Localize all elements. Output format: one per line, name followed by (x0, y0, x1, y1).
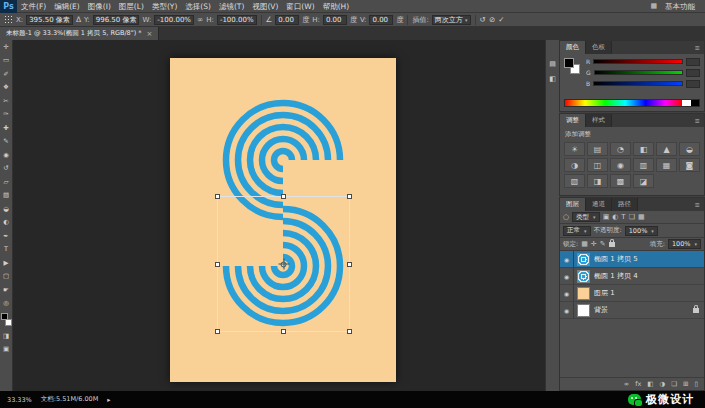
eraser-tool[interactable]: ▱ (0, 175, 13, 189)
invert-icon[interactable]: ◙ (679, 158, 700, 172)
document-artboard[interactable] (170, 58, 396, 382)
layer-mask-icon[interactable]: ◧ (647, 380, 653, 388)
layer-row-ellipse-copy-4[interactable]: ◉ 椭圆 1 拷贝 4 (560, 268, 704, 285)
filter-pixel-layers-icon[interactable]: ▣ (603, 213, 610, 221)
clone-stamp-tool[interactable]: ◉ (0, 148, 13, 162)
posterize-icon[interactable]: ▧ (564, 174, 585, 188)
crop-tool[interactable]: ✂ (0, 94, 13, 108)
collapsed-panel-icon-2[interactable]: ◧ (549, 75, 556, 83)
layer-name[interactable]: 椭圆 1 拷贝 4 (594, 271, 638, 281)
menu-image[interactable]: 图像(I) (84, 0, 115, 13)
canvas-area[interactable] (13, 40, 545, 391)
new-group-icon[interactable]: ❏ (671, 380, 677, 388)
skew-h-input[interactable]: 0.00 (323, 15, 347, 25)
color-lookup-icon[interactable]: ▦ (656, 158, 677, 172)
angle-input[interactable]: 0.00 (275, 15, 299, 25)
document-tab[interactable]: 未标题-1 @ 33.3%(椭圆 1 拷贝 5, RGB/8") * × (0, 27, 159, 40)
relative-positioning-icon[interactable]: Δ (76, 15, 81, 24)
foreground-color-swatch[interactable] (564, 58, 574, 68)
screen-mode-button[interactable]: ▣ (0, 343, 13, 357)
visibility-eye-icon[interactable]: ◉ (560, 268, 574, 284)
height-input[interactable]: -100.00% (217, 15, 257, 25)
brightness-contrast-icon[interactable]: ☀ (564, 142, 585, 156)
transform-handle-middle-right[interactable] (347, 262, 352, 267)
new-adjustment-layer-icon[interactable]: ◑ (659, 380, 665, 388)
green-slider[interactable] (594, 70, 683, 75)
menu-help[interactable]: 帮助(H) (319, 0, 354, 13)
lock-all-icon[interactable] (609, 242, 615, 247)
zoom-level[interactable]: 33.33% (7, 396, 32, 404)
healing-brush-tool[interactable]: ✚ (0, 121, 13, 135)
panel-menu-icon[interactable]: ≡ (691, 41, 704, 54)
tab-channels[interactable]: 通道 (586, 198, 612, 211)
brush-tool[interactable]: ✎ (0, 135, 13, 149)
tab-colors[interactable]: 颜色 (560, 41, 586, 54)
hue-saturation-icon[interactable]: ◒ (679, 142, 700, 156)
zoom-tool[interactable]: ◎ (0, 297, 13, 311)
transform-handle-top-middle[interactable] (281, 194, 286, 199)
layer-row-background[interactable]: ◉ 背景 (560, 302, 704, 319)
menu-layer[interactable]: 图层(L) (115, 0, 148, 13)
color-balance-icon[interactable]: ◑ (564, 158, 585, 172)
selective-color-icon[interactable]: ◪ (633, 174, 654, 188)
transform-handle-top-left[interactable] (215, 194, 220, 199)
layer-thumbnail[interactable] (577, 304, 590, 317)
filter-type-select[interactable]: 类型 ▾ (572, 212, 600, 222)
blur-tool[interactable]: ◒ (0, 202, 13, 216)
channel-mixer-icon[interactable]: ▥ (633, 158, 654, 172)
filter-adjustment-layers-icon[interactable]: ◐ (612, 213, 618, 221)
skew-v-input[interactable]: 0.00 (369, 15, 393, 25)
workspace-switcher[interactable]: 基本功能 (661, 0, 699, 13)
blue-value-input[interactable] (686, 80, 700, 88)
menu-type[interactable]: 类型(Y) (148, 0, 181, 13)
transform-center-icon[interactable] (278, 259, 289, 270)
marquee-tool[interactable]: ▭ (0, 54, 13, 68)
fill-select[interactable]: 100% ▾ (668, 239, 701, 249)
foreground-background-swatches[interactable] (1, 313, 12, 326)
layer-thumbnail[interactable] (577, 287, 590, 300)
black-white-icon[interactable]: ◫ (587, 158, 608, 172)
green-value-input[interactable] (686, 69, 700, 77)
filter-shape-layers-icon[interactable]: ❏ (629, 213, 635, 221)
color-spectrum-bar[interactable] (564, 99, 700, 107)
menu-filter[interactable]: 滤镜(T) (215, 0, 248, 13)
layer-name[interactable]: 图层 1 (594, 288, 615, 298)
workspace-grid-icon[interactable]: ▦ (650, 2, 657, 10)
exposure-icon[interactable]: ◧ (633, 142, 654, 156)
blue-slider[interactable] (593, 81, 683, 86)
layer-row-layer-1[interactable]: ◉ 图层 1 (560, 285, 704, 302)
quick-selection-tool[interactable]: ❖ (0, 81, 13, 95)
layer-name[interactable]: 背景 (594, 305, 608, 315)
layer-thumbnail[interactable] (577, 253, 590, 266)
shape-tool[interactable]: ▢ (0, 270, 13, 284)
menu-select[interactable]: 选择(S) (181, 0, 215, 13)
opacity-select[interactable]: 100% ▾ (625, 226, 658, 236)
dodge-tool[interactable]: ◐ (0, 216, 13, 230)
visibility-eye-icon[interactable]: ◉ (560, 302, 574, 318)
lock-image-pixels-icon[interactable]: ✎ (600, 240, 606, 248)
visibility-eye-icon[interactable]: ◉ (560, 285, 574, 301)
lasso-tool[interactable]: ✐ (0, 67, 13, 81)
gradient-tool[interactable]: ▨ (0, 189, 13, 203)
menu-window[interactable]: 窗口(W) (282, 0, 318, 13)
history-brush-tool[interactable]: ↺ (0, 162, 13, 176)
tab-styles[interactable]: 样式 (586, 114, 612, 127)
tab-layers[interactable]: 图层 (560, 198, 586, 211)
pen-tool[interactable]: ✒ (0, 229, 13, 243)
tab-swatches[interactable]: 色板 (586, 41, 612, 54)
link-dimensions-icon[interactable]: ∞ (197, 15, 203, 24)
restore-icon[interactable]: ↺ (480, 15, 486, 24)
lock-position-icon[interactable]: ✛ (591, 240, 597, 248)
path-selection-tool[interactable]: ▶ (0, 256, 13, 270)
collapsed-panel-icon-1[interactable]: ▤ (549, 60, 556, 68)
y-input[interactable]: 996.50 像素 (93, 15, 140, 25)
reference-point-locator-icon[interactable] (4, 15, 13, 24)
commit-transform-icon[interactable]: ✓ (498, 15, 504, 24)
panel-color-swatches[interactable] (564, 58, 580, 74)
red-value-input[interactable] (686, 58, 700, 66)
photoshop-logo-icon[interactable]: Ps (0, 0, 17, 13)
vibrance-icon[interactable]: ▲ (656, 142, 677, 156)
new-layer-icon[interactable]: ⊞ (683, 380, 688, 388)
layer-effects-icon[interactable]: fx (635, 380, 641, 388)
panel-menu-icon[interactable]: ≡ (691, 114, 704, 127)
